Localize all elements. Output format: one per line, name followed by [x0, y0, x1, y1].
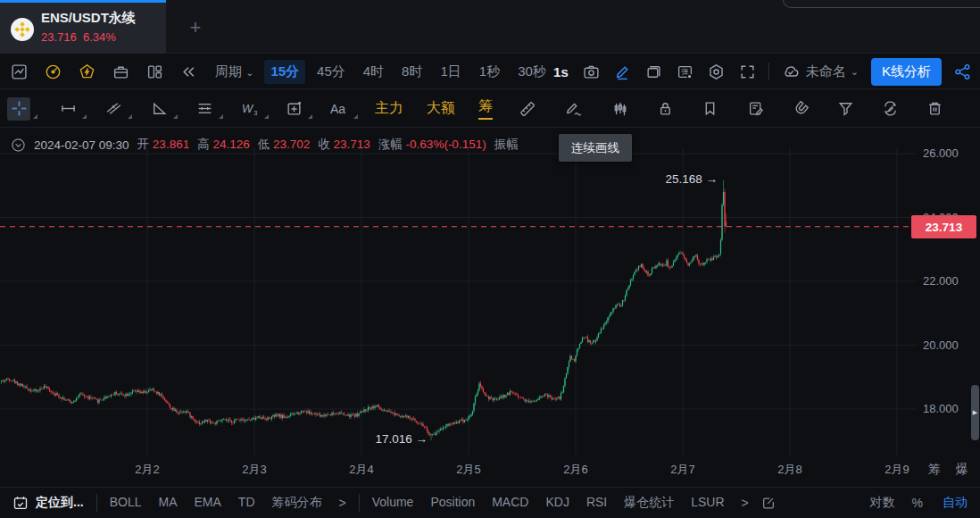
speed-label[interactable]: 1s — [553, 64, 569, 79]
interval-4时[interactable]: 4时 — [357, 60, 390, 84]
overlay-more-chevron[interactable]: > — [339, 496, 346, 510]
interval-1秒[interactable]: 1秒 — [473, 60, 506, 84]
triangle-tool[interactable] — [147, 97, 170, 121]
last-price: 23.716 — [41, 30, 77, 44]
x-tick-2月4: 2月4 — [349, 462, 373, 478]
symbol-title: ENS/USDT永续 — [41, 10, 136, 27]
continuous-draw-tooltip: 连续画线 — [559, 134, 632, 162]
log-scale-toggle[interactable]: 对数 — [870, 495, 895, 511]
locate-calendar-icon[interactable] — [12, 495, 29, 511]
drawing-list-tool[interactable] — [744, 97, 768, 121]
elliott-wave-tool[interactable]: W3 — [238, 97, 262, 121]
indicator-爆仓统计[interactable]: 爆仓统计 — [624, 495, 674, 511]
cloud-save-icon[interactable] — [782, 63, 800, 80]
fib-retracement-tool[interactable] — [193, 97, 216, 121]
candle-datetime: 2024-02-07 09:30 — [34, 138, 129, 152]
ohlc-info-row: 2024-02-07 09:30 开 23.861 高 24.126 低 23.… — [11, 135, 519, 155]
overlay-TD[interactable]: TD — [238, 495, 255, 511]
price-change-pct: 6.34% — [83, 30, 116, 44]
x-tick-2月2: 2月2 — [135, 462, 159, 478]
pattern-box-tool[interactable] — [282, 97, 305, 121]
indicator-Volume[interactable]: Volume — [372, 495, 414, 511]
bottom-divider — [96, 494, 97, 512]
svg-text:弹: 弹 — [681, 68, 688, 76]
interval-30秒[interactable]: 30秒 — [511, 60, 552, 84]
drawing-toolbar: W3 Aa 主力 大额 筹 — [0, 90, 980, 128]
high-label: 高 — [197, 138, 210, 151]
tab-ens-usdt[interactable]: ENS/USDT永续 23.716 6.34% — [0, 0, 166, 54]
continuous-drawing-tool[interactable] — [878, 97, 901, 121]
popup-message-icon[interactable]: 弹 — [677, 63, 693, 80]
chart-style-icon[interactable] — [11, 63, 28, 80]
interval-45分[interactable]: 45分 — [311, 60, 352, 84]
locate-button[interactable]: 定位到... — [36, 495, 84, 511]
lock-tool[interactable] — [653, 97, 677, 121]
briefcase-icon[interactable] — [112, 63, 129, 80]
collapse-chevron-icon[interactable] — [11, 138, 26, 153]
add-tab-button[interactable]: + — [184, 16, 207, 39]
crosshair-tool[interactable] — [7, 97, 30, 121]
indicator-Position[interactable]: Position — [430, 495, 475, 511]
close-value: 23.713 — [334, 138, 370, 151]
trash-tool[interactable] — [923, 97, 946, 121]
trading-app: ENS/USDT永续 23.716 6.34% + 周期 ⌄ 15分4 — [0, 0, 980, 518]
chevron-down-icon[interactable]: ⌄ — [851, 66, 859, 78]
overlay-筹码分布[interactable]: 筹码分布 — [272, 495, 322, 511]
auto-scale-toggle[interactable]: 自动 — [943, 495, 968, 511]
parallel-channel-tool[interactable] — [102, 97, 125, 121]
trendline-tool[interactable] — [56, 97, 79, 121]
interval-15分[interactable]: 15分 — [264, 60, 305, 84]
brush-tool[interactable] — [562, 97, 586, 121]
bookmark-tool[interactable] — [698, 97, 721, 121]
current-price-badge: 23.713 — [911, 215, 976, 238]
camera-icon[interactable] — [583, 63, 600, 80]
y-tick-26.000: 26.000 — [923, 146, 959, 160]
large-order-toggle[interactable]: 大额 — [427, 99, 455, 118]
low-annotation: 17.016 → — [375, 432, 428, 446]
svg-text:3: 3 — [253, 109, 258, 117]
filter-tool[interactable] — [834, 97, 857, 121]
open-value: 23.861 — [153, 138, 189, 151]
add-frame-icon[interactable] — [645, 63, 662, 80]
overlay-BOLL[interactable]: BOLL — [110, 495, 142, 511]
magnet-tool[interactable] — [789, 97, 812, 121]
gauge-icon[interactable] — [45, 63, 62, 80]
indicator-KDJ[interactable]: KDJ — [545, 495, 569, 511]
scroll-to-latest-button[interactable]: ▶ — [971, 385, 979, 440]
fullscreen-icon[interactable] — [739, 63, 756, 80]
overlay-MA[interactable]: MA — [158, 495, 177, 511]
period-dropdown[interactable]: 周期 ⌄ — [215, 63, 253, 80]
indicator-LSUR[interactable]: LSUR — [691, 495, 724, 511]
edit-indicators-icon[interactable] — [761, 496, 776, 510]
x-tick-2月5: 2月5 — [456, 462, 480, 478]
bottom-divider-2 — [359, 494, 360, 512]
kline-analysis-button[interactable]: K线分析 — [871, 58, 942, 86]
settings-gear-icon[interactable] — [708, 63, 725, 80]
chips-toggle[interactable]: 筹 — [478, 97, 493, 120]
candlestick-chart[interactable] — [0, 128, 980, 455]
indicator-RSI[interactable]: RSI — [586, 495, 607, 511]
indicator-more-chevron[interactable]: > — [742, 496, 749, 510]
layout-icon[interactable] — [146, 63, 163, 80]
axis-extra-筹[interactable]: 筹 — [928, 462, 941, 478]
x-tick-2月8: 2月8 — [777, 462, 801, 478]
interval-8时[interactable]: 8时 — [395, 60, 428, 84]
close-label: 收 — [318, 138, 330, 151]
axis-extra-爆[interactable]: 爆 — [956, 462, 968, 478]
share-icon[interactable] — [954, 63, 971, 80]
replay-icon[interactable] — [180, 63, 197, 80]
draw-pencil-icon[interactable] — [614, 63, 631, 80]
layout-name[interactable]: 未命名 — [806, 63, 846, 80]
indicator-MACD[interactable]: MACD — [492, 495, 528, 511]
overlay-EMA[interactable]: EMA — [194, 495, 220, 511]
candle-pattern-tool[interactable] — [609, 97, 632, 121]
sub-indicator-group: VolumePositionMACDKDJRSI爆仓统计LSUR — [372, 495, 742, 511]
lightning-pentagon-icon[interactable] — [79, 63, 96, 80]
percent-scale-toggle[interactable]: % — [912, 496, 923, 510]
text-tool[interactable]: Aa — [328, 97, 351, 121]
change-label: 涨幅 — [378, 138, 403, 151]
main-force-toggle[interactable]: 主力 — [375, 99, 403, 118]
svg-text:W: W — [242, 102, 254, 115]
ruler-tool[interactable] — [516, 97, 539, 121]
interval-1日[interactable]: 1日 — [434, 60, 467, 84]
